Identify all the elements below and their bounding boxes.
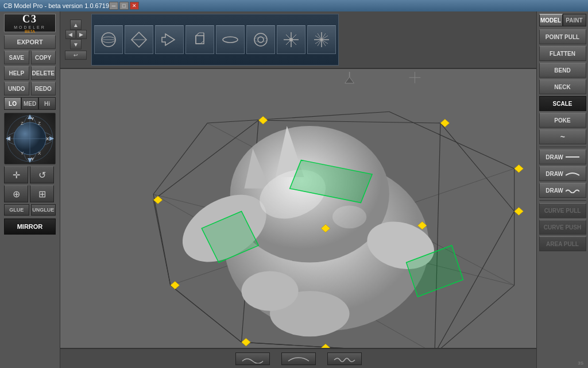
down-arrow-button[interactable]: ▼ — [70, 39, 82, 49]
save-button[interactable]: SAVE — [4, 51, 29, 64]
shape-cube-button[interactable] — [185, 25, 214, 54]
bottom-tool-2[interactable] — [281, 352, 316, 365]
flatten-button[interactable]: FLATTEN — [539, 46, 586, 61]
svg-text:X: X — [46, 136, 49, 141]
separator-1 — [539, 147, 586, 147]
svg-marker-79 — [514, 164, 524, 172]
neck-button[interactable]: NECK — [539, 79, 586, 94]
undo-redo-row: UNDO REDO — [4, 82, 56, 95]
svg-point-29 — [254, 33, 267, 46]
svg-marker-74 — [242, 338, 251, 346]
help-button[interactable]: HELP — [4, 66, 29, 80]
svg-point-68 — [332, 206, 366, 229]
unglue-button[interactable]: UNGLUE — [31, 204, 56, 216]
svg-line-47 — [435, 285, 514, 348]
paint-tab[interactable]: PAINT — [563, 14, 586, 26]
undo-button[interactable]: UNDO — [4, 82, 29, 95]
titlebar-controls: ─ □ ✕ — [109, 2, 139, 10]
glue-button[interactable]: GLUE — [4, 204, 29, 216]
svg-line-53 — [435, 123, 440, 348]
select-tool-button[interactable]: ⊞ — [30, 185, 54, 202]
level-row: LO MED Hi — [4, 97, 56, 110]
svg-line-50 — [153, 123, 207, 194]
svg-point-28 — [223, 37, 238, 43]
wave-button[interactable]: ~ — [539, 129, 586, 144]
svg-text:Z: Z — [38, 121, 41, 126]
delete-button[interactable]: DELETE — [31, 66, 56, 80]
close-button[interactable]: ✕ — [130, 2, 139, 10]
curve-pull-button[interactable]: CURVE PULL — [539, 203, 586, 218]
svg-point-36 — [289, 38, 293, 41]
poke-button[interactable]: POKE — [539, 113, 586, 128]
svg-line-51 — [153, 194, 171, 285]
shape-arrow-button[interactable] — [155, 25, 184, 54]
svg-marker-73 — [514, 208, 524, 216]
logo-beta: BETA — [25, 29, 35, 33]
bottom-tool-3[interactable] — [327, 352, 362, 365]
draw-curve-button[interactable]: DRAW — [539, 166, 586, 181]
svg-marker-83 — [345, 77, 354, 83]
navigator[interactable]: Y X X Y Z Z Y X — [4, 113, 56, 164]
shape-torus-button[interactable] — [246, 25, 275, 54]
shape-toolbar — [91, 14, 339, 66]
model-display — [60, 69, 536, 348]
point-pull-button[interactable]: POINT PULL — [539, 29, 586, 44]
main-layout: C3 MODELER BETA EXPORT SAVE COPY HELP DE… — [0, 12, 588, 368]
model-tab[interactable]: MODEL — [539, 14, 563, 26]
left-arrow-button[interactable]: ◀ — [65, 30, 76, 39]
logo: C3 MODELER BETA — [4, 14, 56, 32]
minimize-button[interactable]: ─ — [109, 2, 118, 10]
center-area: ▲ ◀ ▶ ▼ ↩ — [60, 12, 536, 368]
svg-marker-23 — [162, 34, 175, 45]
arrow-controls: ▲ ◀ ▶ ▼ ↩ — [65, 20, 87, 60]
level-med-button[interactable]: MED — [21, 97, 38, 110]
bottom-tool-1[interactable] — [235, 352, 270, 365]
svg-line-45 — [171, 285, 242, 342]
maximize-button[interactable]: □ — [119, 2, 129, 10]
svg-text:X: X — [38, 151, 41, 156]
help-delete-row: HELP DELETE — [4, 66, 56, 80]
zoom-tool-button[interactable]: ⊕ — [4, 185, 28, 202]
redo-button[interactable]: REDO — [31, 82, 56, 95]
tool-row-2: ⊕ ⊞ — [4, 185, 56, 202]
svg-line-46 — [242, 342, 435, 348]
bottom-toolbar: 3S — [60, 348, 536, 368]
rotate-tool-button[interactable]: ↺ — [30, 166, 54, 183]
level-hi-button[interactable]: Hi — [38, 97, 56, 110]
canvas[interactable] — [60, 69, 536, 348]
shape-flat-button[interactable] — [216, 25, 245, 54]
right-panel: MODEL PAINT POINT PULL FLATTEN BEND NECK… — [536, 12, 588, 368]
sw-logo: 3S — [578, 361, 583, 366]
draw-wave-button[interactable]: DRAW — [539, 183, 586, 198]
area-pull-button[interactable]: AREA PULL — [539, 236, 586, 251]
shape-grid1-button[interactable] — [277, 25, 305, 54]
svg-rect-24 — [196, 36, 204, 44]
titlebar-title: CB Model Pro - beta version 1.0.6719 — [3, 2, 109, 9]
svg-text:Y: Y — [21, 151, 24, 156]
right-arrow-button[interactable]: ▶ — [76, 30, 87, 39]
svg-point-43 — [320, 39, 323, 41]
svg-marker-81 — [321, 344, 330, 348]
scale-button[interactable]: SCALE — [539, 96, 586, 111]
shape-diamond-button[interactable] — [125, 25, 153, 54]
svg-marker-77 — [258, 116, 268, 124]
bend-button[interactable]: BEND — [539, 63, 586, 78]
draw-straight-button[interactable]: DRAW — [539, 150, 586, 164]
up-arrow-button[interactable]: ▲ — [70, 20, 82, 30]
separator-2 — [539, 200, 586, 201]
mirror-button[interactable]: MIRROR — [4, 218, 56, 235]
svg-text:X: X — [7, 136, 11, 141]
logo-text: C3 — [22, 13, 37, 25]
svg-point-66 — [242, 271, 299, 310]
level-lo-button[interactable]: LO — [4, 97, 21, 110]
move-tool-button[interactable]: ✛ — [4, 166, 28, 183]
curve-push-button[interactable]: CURVE PUSH — [539, 220, 586, 235]
shape-sphere-button[interactable] — [94, 25, 123, 54]
home-arrow-button[interactable]: ↩ — [65, 51, 87, 60]
copy-button[interactable]: COPY — [31, 51, 56, 64]
export-button[interactable]: EXPORT — [4, 35, 56, 49]
shape-grid2-button[interactable] — [307, 25, 336, 54]
titlebar: CB Model Pro - beta version 1.0.6719 ─ □… — [0, 0, 588, 12]
svg-line-49 — [389, 112, 514, 168]
arrow-side: ◀ ▶ — [65, 30, 87, 39]
